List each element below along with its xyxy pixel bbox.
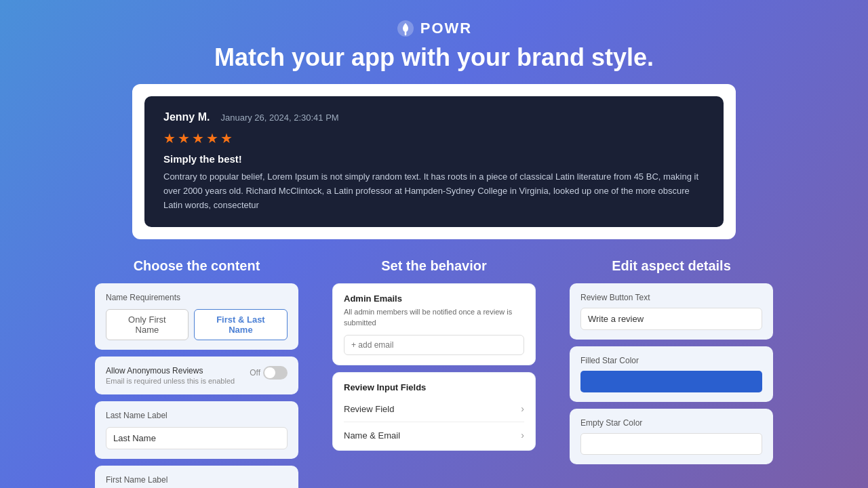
toggle-track[interactable] [263,366,288,380]
behavior-column: Set the behavior Admin Emails All admin … [332,258,536,488]
review-input-fields-panel: Review Input Fields Review Field › Name … [332,372,536,451]
star-rating: ★ ★ ★ ★ ★ [163,130,705,146]
powr-icon [396,19,415,38]
allow-anon-subtitle: Email is required unless this is enabled [106,377,235,385]
review-header: Jenny M. January 26, 2024, 2:30:41 PM [163,111,705,123]
first-last-name-button[interactable]: First & Last Name [194,309,288,340]
filled-star-label: Filled Star Color [580,356,762,365]
aspect-column-title: Edit aspect details [570,258,773,274]
admin-emails-subtitle: All admin members will be notified once … [344,307,524,328]
first-name-label-panel: First Name Label [95,466,298,488]
review-title: Simply the best! [163,153,705,165]
svg-point-1 [403,27,407,30]
content-column-title: Choose the content [95,258,298,274]
logo: POWR [0,19,868,38]
admin-emails-panel: Admin Emails All admin members will be n… [332,283,536,365]
empty-star-panel: Empty Star Color [570,409,773,464]
content-column: Choose the content Name Requirements Onl… [95,258,298,488]
logo-text: POWR [420,20,472,37]
star-4: ★ [206,130,218,146]
star-3: ★ [192,130,204,146]
review-field-label-1: Name & Email [344,430,400,441]
review-author: Jenny M. [163,111,210,123]
aspect-column: Edit aspect details Review Button Text F… [570,258,773,488]
columns: Choose the content Name Requirements Onl… [0,239,868,488]
review-field-item-0[interactable]: Review Field › [344,396,524,422]
last-name-label-text: Last Name Label [106,411,288,420]
chevron-icon-1: › [521,430,524,441]
filled-star-color-swatch[interactable] [580,371,762,392]
chevron-icon-0: › [521,403,524,414]
preview-container: Jenny M. January 26, 2024, 2:30:41 PM ★ … [132,84,736,239]
allow-anon-toggle[interactable]: Off [250,366,288,380]
header: POWR Match your app with your brand styl… [0,0,868,84]
toggle-off-label: Off [250,368,260,378]
allow-anon-row: Allow Anonymous Reviews Email is require… [106,366,288,385]
empty-star-label: Empty Star Color [580,418,762,428]
name-requirements-label: Name Requirements [106,293,288,302]
last-name-label-panel: Last Name Label [95,401,298,459]
review-button-label: Review Button Text [580,293,762,302]
first-name-label-text: First Name Label [106,475,288,485]
only-first-name-button[interactable]: Only First Name [106,309,189,340]
allow-anon-title: Allow Anonymous Reviews [106,366,235,375]
review-field-label-0: Review Field [344,404,394,414]
star-2: ★ [178,130,190,146]
allow-anon-panel: Allow Anonymous Reviews Email is require… [95,357,298,394]
allow-anon-info: Allow Anonymous Reviews Email is require… [106,366,235,385]
review-button-panel: Review Button Text [570,283,773,340]
add-email-input[interactable] [344,335,524,355]
toggle-thumb [264,367,275,378]
admin-emails-title: Admin Emails [344,293,524,304]
review-date: January 26, 2024, 2:30:41 PM [220,113,338,123]
filled-star-panel: Filled Star Color [570,346,773,402]
review-button-input[interactable] [580,308,762,330]
tagline: Match your app with your brand style. [0,43,868,72]
last-name-input[interactable] [106,427,288,449]
review-field-item-1[interactable]: Name & Email › [344,422,524,441]
name-requirements-buttons: Only First Name First & Last Name [106,309,288,340]
name-requirements-panel: Name Requirements Only First Name First … [95,283,298,350]
review-input-fields-title: Review Input Fields [344,382,524,392]
behavior-column-title: Set the behavior [332,258,536,274]
review-body: Contrary to popular belief, Lorem Ipsum … [163,170,705,212]
star-5: ★ [220,130,233,146]
review-card: Jenny M. January 26, 2024, 2:30:41 PM ★ … [144,96,724,227]
empty-star-color-swatch[interactable] [580,433,762,455]
star-1: ★ [163,130,176,146]
